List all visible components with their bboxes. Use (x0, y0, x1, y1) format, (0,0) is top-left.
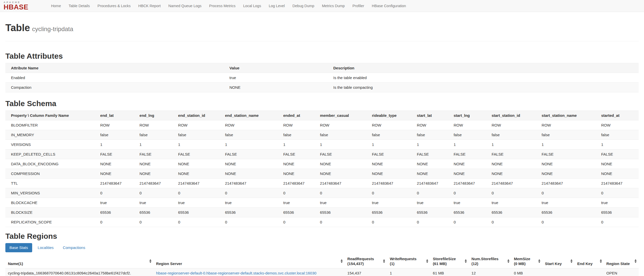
nav-item-procedures-locks[interactable]: Procedures & Locks (94, 0, 135, 12)
schema-col-end-station-id: end_station_id (175, 111, 222, 120)
regions-col-writerequests: WriteRequests(1) (387, 254, 430, 268)
schema-value-cell: 1 (369, 140, 414, 149)
nav-item-hbck-report[interactable]: HBCK Report (134, 0, 164, 12)
schema-value-cell: 2147483647 (369, 179, 414, 188)
schema-value-cell: 1 (175, 140, 222, 149)
table-name: cycling-tripdata (32, 26, 73, 32)
schema-value-cell: 0 (450, 188, 488, 198)
regions-col-end-key: End Key (575, 254, 604, 268)
nav-item-named-queue-logs[interactable]: Named Queue Logs (164, 0, 205, 12)
region-server-link[interactable]: hbase-regionserver-default-0.hbase-regio… (156, 271, 316, 275)
schema-value-cell: 2147483647 (414, 179, 451, 188)
regions-col-label: ReadRequests (347, 257, 374, 261)
schema-col-member-casual: member_casual (317, 111, 369, 120)
schema-value-cell: 0 (488, 217, 539, 227)
region-row: cycling-tripdata,,1663687070640.06131c80… (5, 268, 639, 276)
schema-value-cell: FALSE (598, 149, 639, 159)
attr-cell: true (226, 73, 330, 83)
schema-value-cell: 0 (369, 217, 414, 227)
nav-item-metrics-dump[interactable]: Metrics Dump (318, 0, 349, 12)
sort-icon[interactable] (383, 259, 385, 263)
nav-item-profiler[interactable]: Profiler (349, 0, 368, 12)
schema-value-cell: 65536 (317, 208, 369, 217)
table-row: VERSIONS111111111111 (5, 140, 639, 149)
schema-value-cell: NONE (414, 159, 451, 169)
nav-item-local-logs[interactable]: Local Logs (239, 0, 265, 12)
region-tabs: Base StatsLocalitiesCompactions (5, 243, 639, 252)
schema-col-start-lng: start_lng (450, 111, 488, 120)
regions-col-total: (154,437) (347, 261, 381, 266)
schema-value-cell: NONE (317, 169, 369, 179)
regions-col-region-state: Region State (604, 254, 639, 268)
schema-value-cell: true (539, 198, 598, 208)
sort-icon[interactable] (635, 259, 637, 263)
page-content: Tablecycling-tripdata Table Attributes A… (0, 23, 644, 276)
schema-value-cell: NONE (369, 159, 414, 169)
schema-value-cell: FALSE (450, 149, 488, 159)
attr-cell: Is the table compacting (330, 83, 639, 92)
nav-item-log-level[interactable]: Log Level (265, 0, 289, 12)
schema-value-cell: NONE (369, 169, 414, 179)
hbase-logo[interactable]: APACHE HBASE (4, 1, 28, 11)
schema-table: Property \ Column Family Nameend_latend_… (5, 110, 639, 227)
sort-icon[interactable] (465, 259, 467, 263)
sort-icon[interactable] (149, 259, 152, 263)
table-row: REPLICATION_SCOPE000000000000 (5, 217, 639, 227)
nav-item-process-metrics[interactable]: Process Metrics (205, 0, 239, 12)
schema-value-cell: 1 (598, 140, 639, 149)
schema-value-cell: ROW (539, 120, 598, 130)
schema-value-cell: FALSE (175, 149, 222, 159)
table-row: MIN_VERSIONS000000000000 (5, 188, 639, 198)
tab-compactions[interactable]: Compactions (59, 243, 89, 252)
schema-value-cell: 0 (488, 188, 539, 198)
schema-value-cell: 2147483647 (488, 179, 539, 188)
nav-item-table-details[interactable]: Table Details (65, 0, 94, 12)
schema-value-cell: ROW (488, 120, 539, 130)
schema-value-cell: false (97, 130, 137, 140)
schema-value-cell: false (222, 130, 280, 140)
top-navbar: APACHE HBASE HomeTable DetailsProcedures… (0, 0, 644, 12)
tab-base-stats[interactable]: Base Stats (5, 243, 32, 252)
nav-item-debug-dump[interactable]: Debug Dump (289, 0, 318, 12)
schema-value-cell: 65536 (450, 208, 488, 217)
schema-col-end-lng: end_lng (136, 111, 175, 120)
schema-value-cell: FALSE (222, 149, 280, 159)
schema-value-cell: false (488, 130, 539, 140)
navbar-menu: HomeTable DetailsProcedures & LocksHBCK … (47, 0, 410, 12)
sort-icon[interactable] (426, 259, 428, 263)
schema-value-cell: true (280, 198, 317, 208)
region-cell-end-key (575, 268, 604, 276)
schema-value-cell: 1 (222, 140, 280, 149)
table-row: IN_MEMORYfalsefalsefalsefalsefalsefalsef… (5, 130, 639, 140)
schema-value-cell: 65536 (414, 208, 451, 217)
schema-value-cell: 0 (317, 217, 369, 227)
schema-property-cell: BLOCKSIZE (5, 208, 97, 217)
regions-col-label: MemSize (514, 257, 530, 261)
nav-item-home[interactable]: Home (47, 0, 65, 12)
tab-localities[interactable]: Localities (34, 243, 57, 252)
schema-col-end-lat: end_lat (97, 111, 137, 120)
sort-icon[interactable] (538, 259, 541, 263)
regions-col-label: WriteRequests (390, 257, 416, 261)
schema-value-cell: 1 (488, 140, 539, 149)
attr-cell: NONE (226, 83, 330, 92)
schema-value-cell: 2147483647 (280, 179, 317, 188)
regions-col-readrequests: ReadRequests(154,437) (345, 254, 387, 268)
schema-value-cell: ROW (97, 120, 137, 130)
schema-value-cell: 2147483647 (97, 179, 137, 188)
sort-icon[interactable] (570, 259, 573, 263)
schema-value-cell: FALSE (97, 149, 137, 159)
table-regions-heading: Table Regions (5, 232, 639, 241)
table-row: EnabledtrueIs the table enabled (5, 73, 639, 83)
nav-item-hbase-configuration[interactable]: HBase Configuration (368, 0, 410, 12)
sort-icon[interactable] (507, 259, 510, 263)
schema-col-start-station-name: start_station_name (539, 111, 598, 120)
sort-icon[interactable] (341, 259, 343, 263)
sort-icon[interactable] (600, 259, 602, 263)
schema-value-cell: false (450, 130, 488, 140)
schema-value-cell: FALSE (369, 149, 414, 159)
schema-value-cell: 0 (175, 217, 222, 227)
schema-value-cell: NONE (280, 169, 317, 179)
schema-corner-header: Property \ Column Family Name (5, 111, 97, 120)
regions-col-label: Num.Storefiles (471, 257, 498, 261)
